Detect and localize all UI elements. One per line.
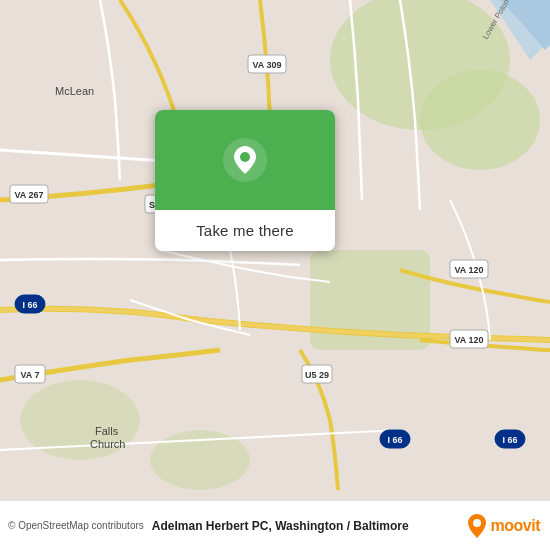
moovit-logo: moovit	[467, 514, 540, 538]
svg-point-2	[420, 70, 540, 170]
popup-card: Take me there	[155, 110, 335, 251]
svg-text:VA 309: VA 309	[252, 60, 281, 70]
moovit-pin-icon	[467, 514, 487, 538]
svg-text:U5 29: U5 29	[305, 370, 329, 380]
svg-text:I 66: I 66	[387, 435, 402, 445]
take-me-there-button[interactable]: Take me there	[155, 210, 335, 251]
svg-text:VA 120: VA 120	[454, 335, 483, 345]
bottom-bar: © OpenStreetMap contributors Adelman Her…	[0, 500, 550, 550]
moovit-brand-text: moovit	[491, 517, 540, 535]
svg-text:McLean: McLean	[55, 85, 94, 97]
location-name: Adelman Herbert PC, Washington / Baltimo…	[144, 519, 467, 533]
svg-text:VA 7: VA 7	[20, 370, 39, 380]
svg-point-31	[240, 152, 250, 162]
popup-map-background	[155, 110, 335, 210]
svg-text:Church: Church	[90, 438, 125, 450]
attribution-text: © OpenStreetMap contributors	[8, 520, 144, 531]
map-container: McLean SR 695 VA 309 VA 267 I 66 I 66 I …	[0, 0, 550, 500]
svg-text:VA 120: VA 120	[454, 265, 483, 275]
svg-text:I 66: I 66	[22, 300, 37, 310]
svg-text:VA 267: VA 267	[14, 190, 43, 200]
svg-point-32	[473, 519, 481, 527]
svg-text:Falls: Falls	[95, 425, 119, 437]
osm-attribution: © OpenStreetMap contributors	[8, 520, 144, 531]
location-pin-icon	[223, 138, 267, 182]
svg-text:I 66: I 66	[502, 435, 517, 445]
location-label: Adelman Herbert PC, Washington / Baltimo…	[152, 519, 409, 533]
